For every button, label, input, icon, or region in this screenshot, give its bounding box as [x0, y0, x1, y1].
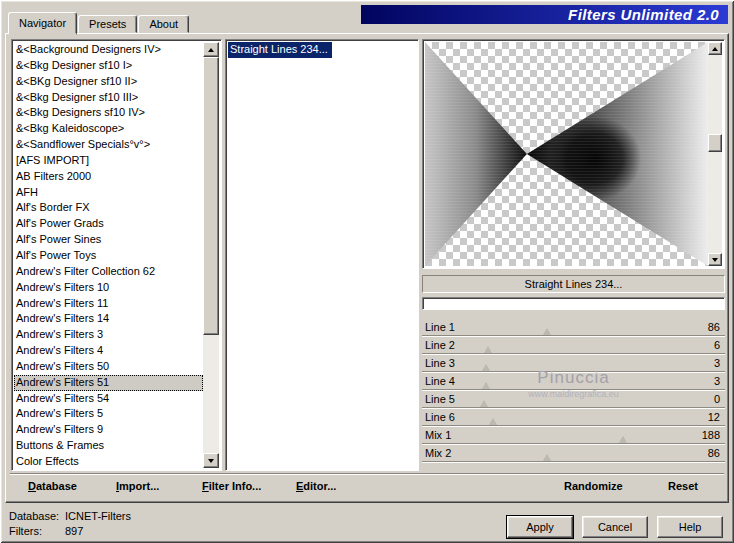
- param-slider-thumb[interactable]: [543, 328, 551, 335]
- filter-preview-image: [425, 42, 708, 266]
- navigator-list-item[interactable]: &<BKg Designer sf10 II>: [14, 74, 203, 90]
- navigator-list-item[interactable]: Andrew's Filters 4: [14, 343, 203, 359]
- param-slider-thumb[interactable]: [482, 382, 490, 389]
- param-value: 0: [714, 393, 720, 405]
- param-slider-thumb[interactable]: [482, 364, 490, 371]
- param-value: 188: [702, 429, 720, 441]
- selected-filter-name: Straight Lines 234...: [422, 275, 725, 293]
- database-button[interactable]: Database: [28, 478, 77, 494]
- scroll-up-button[interactable]: [203, 42, 219, 57]
- param-value: 86: [708, 447, 720, 459]
- filter-list-item[interactable]: Straight Lines 234...: [228, 42, 332, 58]
- param-label: Mix 2: [425, 447, 451, 459]
- toolbar-divider: [10, 473, 724, 475]
- param-label: Line 6: [425, 411, 455, 423]
- navigator-list-item[interactable]: Buttons & Frames: [14, 438, 203, 454]
- navigator-list-item[interactable]: Andrew's Filters 9: [14, 422, 203, 438]
- status-bar: Database:ICNET-Filters Filters:897: [9, 509, 131, 539]
- navigator-list-item[interactable]: Andrew's Filters 50: [14, 359, 203, 375]
- editor-button[interactable]: Editor...: [296, 478, 336, 494]
- param-label: Mix 1: [425, 429, 451, 441]
- preview-scrollbar[interactable]: [708, 42, 722, 266]
- navigator-list-item[interactable]: Andrew's Filters 51: [14, 375, 203, 391]
- filter-list[interactable]: Straight Lines 234...: [228, 42, 416, 468]
- tab-about[interactable]: About: [138, 15, 189, 33]
- arrow-down-icon: [712, 258, 718, 262]
- param-label: Line 4: [425, 375, 455, 387]
- navigator-list-item[interactable]: Alf's Power Toys: [14, 248, 203, 264]
- status-database-row: Database:ICNET-Filters: [9, 509, 131, 524]
- preview-scroll-up-button[interactable]: [708, 42, 722, 55]
- navigator-list-item[interactable]: AB Filters 2000: [14, 169, 203, 185]
- param-slider-thumb[interactable]: [480, 400, 488, 407]
- title-banner: Filters Unlimited 2.0: [361, 5, 728, 24]
- param-row: Line 33: [422, 355, 725, 373]
- navigator-list-item[interactable]: Andrew's Filters 11: [14, 296, 203, 312]
- cancel-button[interactable]: Cancel: [582, 516, 648, 538]
- param-label: Line 1: [425, 321, 455, 333]
- tab-navigator[interactable]: Navigator: [8, 12, 77, 35]
- navigator-list-item[interactable]: [AFS IMPORT]: [14, 153, 203, 169]
- navigator-list-item[interactable]: &<Background Designers IV>: [14, 42, 203, 58]
- navigator-list-item[interactable]: Andrew's Filters 54: [14, 391, 203, 407]
- param-value: 6: [714, 339, 720, 351]
- status-filters-row: Filters:897: [9, 524, 131, 539]
- help-button[interactable]: Help: [657, 516, 723, 538]
- progress-bar: [422, 297, 725, 310]
- scroll-down-button[interactable]: [203, 453, 219, 468]
- param-row: Line 43: [422, 373, 725, 391]
- navigator-list-item[interactable]: &<Bkg Designer sf10 I>: [14, 58, 203, 74]
- navigator-list-item[interactable]: Alf's Border FX: [14, 200, 203, 216]
- param-slider-thumb[interactable]: [543, 454, 551, 461]
- preview-area: [422, 39, 725, 269]
- param-slider-thumb[interactable]: [489, 418, 497, 425]
- filter-list-panel: Straight Lines 234...: [225, 39, 419, 471]
- param-value: 86: [708, 321, 720, 333]
- param-value: 3: [714, 357, 720, 369]
- navigator-list-item[interactable]: AFH: [14, 185, 203, 201]
- param-slider-thumb[interactable]: [619, 436, 627, 443]
- status-database-label: Database:: [9, 509, 65, 524]
- navigator-list-item[interactable]: Alf's Power Sines: [14, 232, 203, 248]
- navigator-list-item[interactable]: &<Bkg Kaleidoscope>: [14, 121, 203, 137]
- navigator-list-item[interactable]: &<Bkg Designer sf10 III>: [14, 90, 203, 106]
- navigator-list-item[interactable]: Andrew's Filters 5: [14, 406, 203, 422]
- preview-scroll-down-button[interactable]: [708, 253, 722, 266]
- import-button[interactable]: Import...: [116, 478, 159, 494]
- filters-unlimited-window: Filters Unlimited 2.0 Navigator Presets …: [0, 0, 734, 543]
- tab-bar: Navigator Presets About: [8, 12, 190, 33]
- apply-button[interactable]: Apply: [507, 516, 573, 538]
- status-filters-value: 897: [65, 525, 83, 537]
- tab-presets[interactable]: Presets: [78, 15, 137, 33]
- reset-button[interactable]: Reset: [668, 478, 698, 494]
- navigator-list-item[interactable]: Color Effects: [14, 454, 203, 468]
- navigator-scrollbar-thumb[interactable]: [203, 57, 219, 335]
- navigator-scrollbar[interactable]: [203, 42, 219, 468]
- randomize-button[interactable]: Randomize: [564, 478, 623, 494]
- preview-panel: Straight Lines 234... Line 186Line 26Lin…: [422, 39, 725, 501]
- navigator-list-item[interactable]: &<Bkg Designers sf10 IV>: [14, 105, 203, 121]
- filter-info-button[interactable]: Filter Info...: [202, 478, 261, 494]
- param-row: Mix 1188: [422, 427, 725, 445]
- arrow-up-icon: [712, 47, 718, 51]
- navigator-list-item[interactable]: Alf's Power Grads: [14, 216, 203, 232]
- param-value: 3: [714, 375, 720, 387]
- navigator-page: &<Background Designers IV>&<Bkg Designer…: [5, 33, 729, 503]
- param-slider-thumb[interactable]: [484, 346, 492, 353]
- navigator-list-item[interactable]: Andrew's Filter Collection 62: [14, 264, 203, 280]
- navigator-list-item[interactable]: &<Sandflower Specials°v°>: [14, 137, 203, 153]
- param-rows: Line 186Line 26Line 33Line 43Line 50Line…: [422, 319, 725, 465]
- navigator-list-item[interactable]: Andrew's Filters 14: [14, 311, 203, 327]
- preview-scrollbar-thumb[interactable]: [708, 134, 722, 152]
- navigator-panel: &<Background Designers IV>&<Bkg Designer…: [11, 39, 222, 471]
- navigator-list[interactable]: &<Background Designers IV>&<Bkg Designer…: [14, 42, 203, 468]
- window-title: Filters Unlimited 2.0: [568, 6, 719, 23]
- param-value: 12: [708, 411, 720, 423]
- param-label: Line 2: [425, 339, 455, 351]
- param-label: Line 3: [425, 357, 455, 369]
- param-row: Line 50: [422, 391, 725, 409]
- navigator-list-item[interactable]: Andrew's Filters 10: [14, 280, 203, 296]
- navigator-list-item[interactable]: Andrew's Filters 3: [14, 327, 203, 343]
- param-row: Mix 286: [422, 445, 725, 463]
- arrow-up-icon: [208, 48, 214, 52]
